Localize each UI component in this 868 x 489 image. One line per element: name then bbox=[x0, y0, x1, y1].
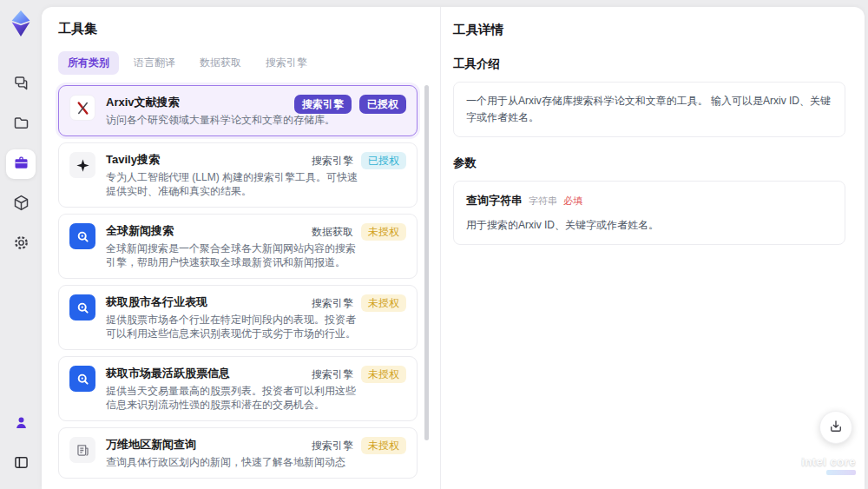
sidebar-collapse-button[interactable] bbox=[6, 449, 36, 479]
tool-card[interactable]: 获取股市各行业表现 提供股票市场各个行业在特定时间段内的表现。投资者可以利用这些… bbox=[58, 285, 418, 350]
sidebar-rail bbox=[0, 0, 42, 489]
tool-auth-badge: 未授权 bbox=[361, 294, 406, 312]
newspaper-icon bbox=[69, 437, 95, 463]
tool-auth-badge: 已授权 bbox=[359, 95, 406, 114]
sidebar-item-user[interactable] bbox=[6, 409, 36, 439]
tool-card[interactable]: Arxiv文献搜索 访问各个研究领域大量科学论文和文章的存储库。 搜索引擎 已授… bbox=[58, 85, 418, 136]
tool-auth-badge: 未授权 bbox=[361, 366, 406, 383]
tool-auth-badge: 已授权 bbox=[361, 152, 406, 169]
search-icon bbox=[69, 366, 95, 392]
param-card: 查询字符串 字符串 必填 用于搜索的Arxiv ID、关键字或作者姓名。 bbox=[453, 181, 845, 245]
params-heading: 参数 bbox=[453, 155, 845, 171]
intel-core-logo: intel core bbox=[801, 455, 856, 475]
intro-heading: 工具介绍 bbox=[453, 56, 845, 72]
tool-description: 查询具体行政区划内的新闻，快速了解各地新闻动态 bbox=[106, 455, 359, 469]
chat-icon bbox=[12, 74, 30, 95]
tool-card[interactable]: 获取市场最活跃股票信息 提供当天交易量最高的股票列表。投资者可以利用这些信息来识… bbox=[58, 356, 418, 421]
sidebar-item-files[interactable] bbox=[6, 109, 36, 139]
param-name: 查询字符串 bbox=[466, 192, 523, 210]
download-icon bbox=[828, 419, 844, 437]
user-avatar-icon bbox=[12, 413, 30, 434]
param-description: 用于搜索的Arxiv ID、关键字或作者姓名。 bbox=[466, 217, 832, 234]
app-gem-logo-icon bbox=[7, 9, 35, 38]
category-tab-0[interactable]: 所有类别 bbox=[58, 51, 119, 75]
gear-icon bbox=[12, 234, 30, 254]
download-button[interactable] bbox=[819, 411, 852, 444]
tool-auth-badge: 未授权 bbox=[361, 437, 406, 454]
intro-text: 一个用于从Arxiv存储库搜索科学论文和文章的工具。 输入可以是Arxiv ID… bbox=[466, 95, 831, 123]
app-root: 工具集 所有类别语言翻译数据获取搜索引擎 Arxiv文献搜索 访问各个研究领域大… bbox=[0, 0, 868, 489]
cube-icon bbox=[12, 194, 30, 215]
collapse-panel-icon bbox=[12, 453, 30, 474]
sparkle-icon bbox=[69, 152, 95, 178]
tool-description: 提供当天交易量最高的股票列表。投资者可以利用这些信息来识别流动性强的股票和潜在的… bbox=[106, 384, 359, 412]
param-required-badge: 必填 bbox=[563, 194, 582, 209]
param-type: 字符串 bbox=[529, 194, 557, 209]
tool-category-tag: 搜索引擎 bbox=[312, 298, 353, 308]
category-tab-1[interactable]: 语言翻译 bbox=[124, 51, 185, 75]
toolset-panel: 工具集 所有类别语言翻译数据获取搜索引擎 Arxiv文献搜索 访问各个研究领域大… bbox=[42, 7, 440, 489]
tool-category-tag: 数据获取 bbox=[312, 227, 353, 237]
sidebar-item-settings[interactable] bbox=[6, 229, 36, 259]
sidebar-item-chat[interactable] bbox=[6, 69, 36, 99]
tool-card[interactable]: 万维地区新闻查询 查询具体行政区划内的新闻，快速了解各地新闻动态 搜索引擎 未授… bbox=[58, 427, 418, 479]
tool-category-tag: 搜索引擎 bbox=[294, 95, 352, 114]
toolset-title: 工具集 bbox=[58, 21, 440, 37]
sidebar-item-tools[interactable] bbox=[6, 149, 36, 179]
params-list: 查询字符串 字符串 必填 用于搜索的Arxiv ID、关键字或作者姓名。 bbox=[453, 181, 845, 245]
tool-card[interactable]: Tavily搜索 专为人工智能代理 (LLM) 构建的搜索引擎工具。可快速提供实… bbox=[58, 142, 418, 208]
tool-card[interactable]: 全球新闻搜索 全球新闻搜索是一个聚合全球各大新闻网站内容的搜索引擎，帮助用户快速… bbox=[58, 214, 418, 279]
tool-category-tag: 搜索引擎 bbox=[312, 155, 353, 166]
category-tabs: 所有类别语言翻译数据获取搜索引擎 bbox=[58, 51, 440, 75]
search-icon bbox=[69, 223, 95, 249]
tool-list-scrollbar[interactable] bbox=[424, 78, 429, 482]
tool-description: 访问各个研究领域大量科学论文和文章的存储库。 bbox=[106, 113, 359, 127]
main-panel: 工具集 所有类别语言翻译数据获取搜索引擎 Arxiv文献搜索 访问各个研究领域大… bbox=[42, 7, 865, 489]
intro-box: 一个用于从Arxiv存储库搜索科学论文和文章的工具。 输入可以是Arxiv ID… bbox=[453, 82, 845, 137]
tool-category-tag: 搜索引擎 bbox=[312, 369, 353, 380]
briefcase-tools-icon bbox=[12, 154, 30, 175]
tool-auth-badge: 未授权 bbox=[361, 223, 406, 241]
intel-ultra-gradient bbox=[826, 470, 856, 475]
tool-detail-panel: 工具详情 工具介绍 一个用于从Arxiv存储库搜索科学论文和文章的工具。 输入可… bbox=[440, 7, 865, 489]
tool-description: 专为人工智能代理 (LLM) 构建的搜索引擎工具。可快速提供实时、准确和真实的结… bbox=[106, 170, 359, 198]
folder-icon bbox=[12, 114, 30, 135]
tool-description: 全球新闻搜索是一个聚合全球各大新闻网站内容的搜索引擎，帮助用户快速获取全球最新资… bbox=[106, 241, 359, 269]
category-tab-3[interactable]: 搜索引擎 bbox=[256, 51, 317, 75]
tool-category-tag: 搜索引擎 bbox=[312, 440, 353, 451]
category-tab-2[interactable]: 数据获取 bbox=[190, 51, 251, 75]
arxiv-logo-icon bbox=[69, 95, 95, 121]
detail-title: 工具详情 bbox=[453, 22, 845, 38]
tool-list: Arxiv文献搜索 访问各个研究领域大量科学论文和文章的存储库。 搜索引擎 已授… bbox=[58, 85, 418, 479]
search-icon bbox=[69, 294, 95, 320]
sidebar-item-models[interactable] bbox=[6, 189, 36, 219]
tool-description: 提供股票市场各个行业在特定时间段内的表现。投资者可以利用这些信息来识别表现优于或… bbox=[106, 313, 359, 340]
